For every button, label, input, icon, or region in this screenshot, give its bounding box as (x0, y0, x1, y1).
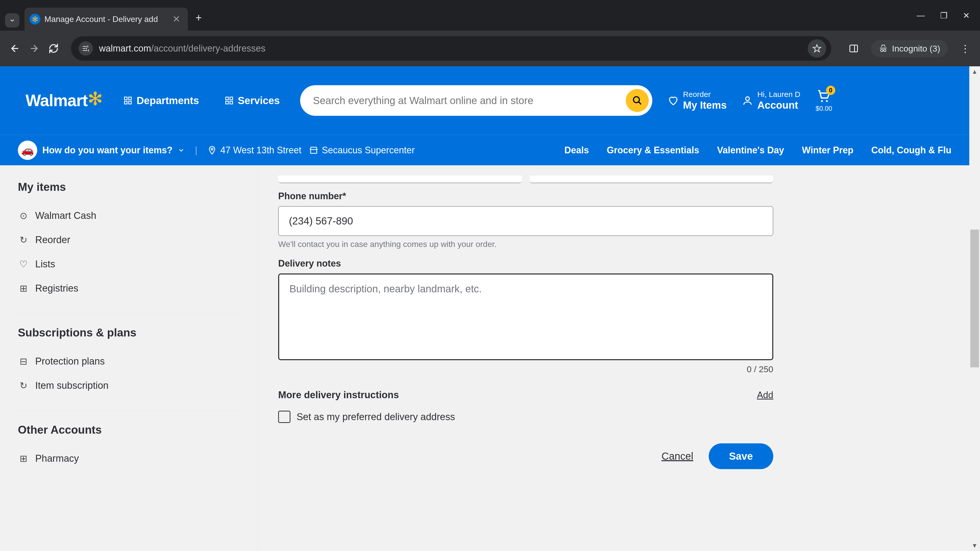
phone-input[interactable] (278, 206, 773, 236)
sidebar-item-registries[interactable]: ⊞ Registries (18, 276, 240, 300)
save-button[interactable]: Save (709, 443, 773, 469)
form-field-partial[interactable] (278, 176, 522, 183)
subheader-link[interactable]: Valentine's Day (717, 145, 784, 156)
subheader-link[interactable]: Winter Prep (802, 145, 853, 156)
store-location[interactable]: Secaucus Supercenter (309, 145, 415, 156)
browser-menu-button[interactable]: ⋮ (958, 41, 972, 56)
cart-price: $0.00 (816, 105, 832, 113)
search-button[interactable] (626, 89, 649, 112)
chevron-down-icon (178, 147, 185, 154)
svg-rect-4 (124, 101, 127, 104)
bookmark-button[interactable] (808, 39, 826, 58)
walmart-subheader: 🚗 How do you want your items? | 47 West … (0, 135, 969, 165)
forward-button[interactable] (27, 41, 41, 56)
chevron-down-icon (9, 17, 15, 24)
sidebar-heading-subscriptions: Subscriptions & plans (18, 326, 240, 339)
sidebar-item-protection-plans[interactable]: ⊟ Protection plans (18, 349, 240, 373)
phone-hint: We'll contact you in case anything comes… (278, 240, 773, 249)
fulfillment-intent[interactable]: 🚗 How do you want your items? (18, 141, 185, 160)
pin-icon (207, 146, 217, 155)
scroll-thumb[interactable] (970, 230, 979, 367)
browser-tab[interactable]: ✻ Manage Account - Delivery add ✕ (24, 8, 188, 30)
window-controls: — ❐ ✕ (917, 11, 970, 21)
browser-titlebar: ✻ Manage Account - Delivery add ✕ + — ❐ … (0, 0, 980, 30)
panel-icon (849, 43, 859, 54)
address-form: Phone number* We'll contact you in case … (258, 165, 794, 551)
svg-rect-7 (230, 97, 233, 100)
more-instructions-label: More delivery instructions (278, 389, 399, 400)
account-link[interactable]: Hi, Lauren D Account (742, 90, 800, 111)
incognito-indicator[interactable]: Incognito (3) (871, 40, 948, 57)
minimize-button[interactable]: — (917, 11, 925, 21)
services-button[interactable]: Services (220, 90, 285, 111)
subheader-link[interactable]: Grocery & Essentials (607, 145, 699, 156)
star-icon (812, 44, 821, 53)
url-text: walmart.com/account/delivery-addresses (99, 43, 802, 54)
incognito-label: Incognito (3) (892, 44, 940, 54)
subheader-link[interactable]: Deals (564, 145, 589, 156)
svg-rect-3 (129, 97, 131, 100)
cancel-button[interactable]: Cancel (662, 451, 694, 462)
account-sidebar: My items ⊙ Walmart Cash ↻ Reorder ♡ List… (0, 165, 258, 551)
arrow-left-icon (10, 43, 20, 54)
svg-line-11 (638, 102, 641, 104)
sidebar-divider (18, 410, 240, 411)
maximize-button[interactable]: ❐ (940, 11, 948, 21)
sidebar-item-reorder[interactable]: ↻ Reorder (18, 228, 240, 252)
browser-chrome: ✻ Manage Account - Delivery add ✕ + — ❐ … (0, 0, 980, 66)
shield-icon: ⊟ (18, 356, 29, 367)
panel-button[interactable] (846, 41, 861, 56)
notes-label: Delivery notes (278, 258, 773, 269)
reload-icon (48, 43, 59, 54)
browser-toolbar: walmart.com/account/delivery-addresses I… (0, 30, 980, 66)
tab-title: Manage Account - Delivery add (45, 14, 158, 24)
reload-button[interactable] (46, 41, 61, 56)
notes-textarea[interactable] (278, 273, 773, 360)
tab-search-button[interactable] (5, 13, 19, 27)
services-icon (224, 96, 234, 105)
sidebar-item-pharmacy[interactable]: ⊞ Pharmacy (18, 446, 240, 471)
walmart-logo[interactable]: Walmart (25, 91, 103, 110)
heart-icon (668, 95, 679, 106)
add-instructions-link[interactable]: Add (757, 390, 773, 400)
address-bar[interactable]: walmart.com/account/delivery-addresses (71, 36, 831, 61)
sidebar-item-item-subscription[interactable]: ↻ Item subscription (18, 373, 240, 398)
new-tab-button[interactable]: + (196, 12, 202, 24)
divider: | (195, 145, 197, 156)
search-icon (632, 95, 642, 106)
subheader-link[interactable]: Cold, Cough & Flu (871, 145, 951, 156)
char-count: 0 / 250 (278, 364, 773, 374)
form-field-partial[interactable] (530, 176, 773, 183)
svg-point-15 (211, 148, 213, 150)
address-location[interactable]: 47 West 13th Street (207, 145, 301, 156)
my-items-link[interactable]: Reorder My Items (668, 90, 727, 111)
main-area: My items ⊙ Walmart Cash ↻ Reorder ♡ List… (0, 165, 969, 551)
svg-rect-2 (124, 97, 127, 100)
walmart-favicon: ✻ (30, 14, 40, 24)
close-tab-button[interactable]: ✕ (172, 14, 180, 24)
subheader-links: Deals Grocery & Essentials Valentine's D… (564, 145, 951, 156)
back-button[interactable] (8, 41, 22, 56)
search-input[interactable] (313, 95, 626, 106)
sidebar-item-walmart-cash[interactable]: ⊙ Walmart Cash (18, 203, 240, 228)
sidebar-item-lists[interactable]: ♡ Lists (18, 252, 240, 276)
page-scrollbar[interactable]: ▲ ▼ (969, 66, 980, 551)
svg-rect-0 (850, 45, 858, 52)
gift-icon: ⊞ (18, 283, 29, 294)
cart-button[interactable]: 0 $0.00 (816, 89, 832, 113)
refresh-icon: ↻ (18, 380, 29, 391)
pharmacy-icon: ⊞ (18, 453, 29, 464)
site-settings-button[interactable] (79, 41, 93, 56)
preferred-address-checkbox[interactable] (278, 411, 290, 423)
walmart-header: Walmart Departments Services (0, 66, 969, 135)
scroll-down-button[interactable]: ▼ (969, 540, 980, 551)
search-bar (300, 85, 652, 116)
departments-button[interactable]: Departments (118, 90, 204, 111)
svg-point-14 (826, 100, 828, 102)
sidebar-heading-my-items: My items (18, 181, 240, 193)
scroll-up-button[interactable]: ▲ (969, 66, 980, 77)
close-window-button[interactable]: ✕ (963, 11, 970, 21)
heart-icon: ♡ (18, 259, 29, 270)
user-icon (742, 95, 753, 106)
incognito-icon (879, 44, 888, 53)
